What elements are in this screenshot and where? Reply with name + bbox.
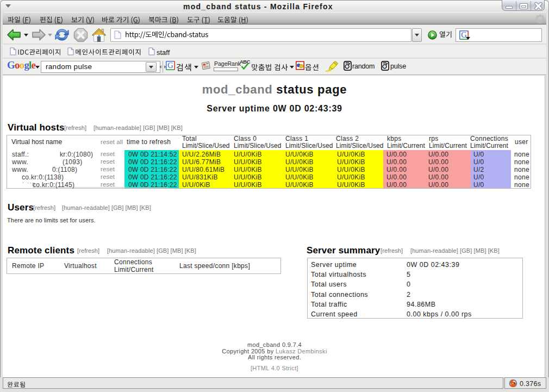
svg-text:G: G <box>167 61 173 70</box>
